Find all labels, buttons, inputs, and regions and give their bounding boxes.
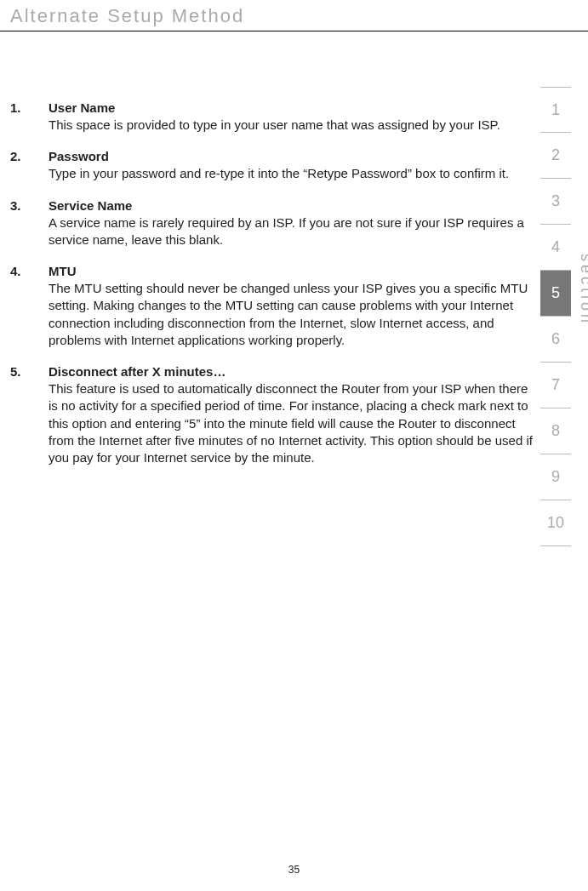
item-number: 1. [10,100,49,134]
section-label: section [577,254,588,326]
section-tab-10[interactable]: 10 [540,500,571,546]
list-item: 3. Service Name A service name is rarely… [10,198,538,249]
list-item: 1. User Name This space is provided to t… [10,100,538,134]
item-text: Type in your password and re-type it int… [49,165,538,182]
item-number: 5. [10,364,49,466]
item-number: 4. [10,264,49,349]
page-number: 35 [0,864,588,876]
item-title: User Name [49,100,538,115]
section-tab-6[interactable]: 6 [540,317,571,363]
item-title: MTU [49,264,538,278]
section-tabs: 1 2 3 4 5 6 7 8 9 10 [540,87,571,546]
item-title: Service Name [49,198,538,213]
item-number: 3. [10,198,49,249]
section-tab-3[interactable]: 3 [540,179,571,225]
list-item: 4. MTU The MTU setting should never be c… [10,264,538,349]
item-text: This space is provided to type in your u… [49,117,538,134]
list-item: 2. Password Type in your password and re… [10,149,538,182]
section-tab-7[interactable]: 7 [540,363,571,408]
section-tab-1[interactable]: 1 [540,87,571,133]
header-divider [0,31,588,31]
list-item: 5. Disconnect after X minutes… This feat… [10,364,538,466]
item-text: A service name is rarely required by an … [49,214,538,249]
section-tab-2[interactable]: 2 [540,133,571,179]
item-title: Password [49,149,538,163]
content-list: 1. User Name This space is provided to t… [10,100,538,482]
item-title: Disconnect after X minutes… [49,364,538,379]
section-tab-4[interactable]: 4 [540,225,571,271]
section-tab-9[interactable]: 9 [540,454,571,500]
section-tab-8[interactable]: 8 [540,408,571,454]
item-text: The MTU setting should never be changed … [49,280,538,349]
page-header-title: Alternate Setup Method [10,5,244,27]
item-text: This feature is used to automatically di… [49,380,538,466]
item-number: 2. [10,149,49,182]
section-tab-5[interactable]: 5 [540,271,571,317]
